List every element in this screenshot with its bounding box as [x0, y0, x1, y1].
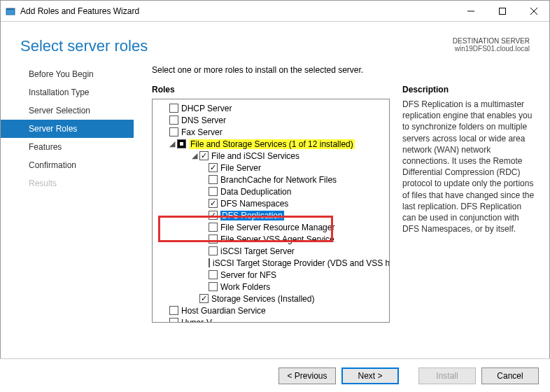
role-fsrm[interactable]: File Server Resource Manager [153, 221, 389, 233]
svg-rect-1 [6, 8, 15, 10]
role-branchcache[interactable]: BranchCache for Network Files [153, 174, 389, 186]
svg-rect-3 [499, 8, 505, 14]
maximize-button[interactable] [486, 1, 518, 21]
role-dfs-namespaces[interactable]: DFS Namespaces [153, 197, 389, 209]
role-server-for-nfs[interactable]: Server for NFS [153, 269, 389, 281]
checkbox[interactable] [209, 258, 210, 267]
role-dns[interactable]: DNS Server [153, 114, 389, 126]
roles-tree[interactable]: DHCP Server DNS Server Fax Server ◢File … [152, 99, 390, 323]
checkbox[interactable] [169, 127, 178, 136]
checkbox[interactable] [169, 306, 178, 315]
checkbox[interactable] [209, 199, 218, 208]
role-dfs-replication[interactable]: DFS Replication [153, 209, 389, 221]
checkbox[interactable] [209, 246, 218, 255]
cancel-button[interactable]: Cancel [481, 368, 539, 384]
role-iscsi-target-server[interactable]: iSCSI Target Server [153, 245, 389, 257]
checkbox[interactable] [209, 282, 218, 291]
expander-spacer [190, 295, 199, 303]
step-features[interactable]: Features [1, 138, 134, 156]
checkbox[interactable] [209, 270, 218, 279]
description-heading: Description [402, 85, 537, 94]
roles-heading: Roles [152, 85, 390, 94]
previous-button[interactable]: < Previous [278, 368, 336, 384]
step-server-selection[interactable]: Server Selection [1, 102, 134, 120]
description-text: DFS Replication is a multimaster replica… [402, 99, 537, 234]
checkbox[interactable] [169, 318, 178, 323]
checkbox[interactable] [199, 151, 209, 160]
step-results: Results [1, 174, 134, 192]
collapse-icon[interactable]: ◢ [168, 140, 176, 148]
checkbox[interactable] [169, 115, 178, 125]
minimize-button[interactable] [455, 1, 486, 21]
checkbox[interactable] [169, 104, 178, 113]
checkbox[interactable] [209, 211, 218, 220]
next-button[interactable]: Next > [341, 368, 399, 384]
role-file-iscsi-services[interactable]: ◢File and iSCSI Services [153, 150, 389, 162]
titlebar: Add Roles and Features Wizard [1, 1, 549, 22]
install-button: Install [418, 368, 476, 384]
checkbox[interactable] [209, 187, 218, 196]
wizard-icon [5, 6, 16, 17]
role-iscsi-target-storage-provider[interactable]: iSCSI Target Storage Provider (VDS and V… [153, 257, 389, 269]
checkbox[interactable] [177, 139, 186, 148]
instruction-text: Select one or more roles to install on t… [152, 65, 537, 75]
step-before-you-begin[interactable]: Before You Begin [1, 65, 134, 83]
role-file-storage-services[interactable]: ◢File and Storage Services (1 of 12 inst… [153, 138, 389, 150]
checkbox[interactable] [209, 175, 218, 184]
checkbox[interactable] [209, 223, 218, 232]
step-installation-type[interactable]: Installation Type [1, 83, 134, 102]
role-data-dedup[interactable]: Data Deduplication [153, 186, 389, 197]
collapse-icon[interactable]: ◢ [190, 152, 199, 160]
page-title: Select server roles [20, 37, 148, 55]
wizard-footer: < Previous Next > Install Cancel [0, 358, 550, 392]
role-storage-services[interactable]: Storage Services (Installed) [153, 293, 389, 304]
checkbox[interactable] [209, 234, 218, 244]
role-vss-agent[interactable]: File Server VSS Agent Service [153, 233, 389, 245]
destination-label: DESTINATION SERVER [453, 37, 530, 45]
checkbox[interactable] [209, 163, 218, 172]
destination-server: DESTINATION SERVER win19DFS01.cloud.loca… [453, 37, 530, 55]
window-title: Add Roles and Features Wizard [20, 6, 455, 16]
role-fax[interactable]: Fax Server [153, 126, 389, 138]
role-dhcp[interactable]: DHCP Server [153, 102, 389, 114]
close-button[interactable] [518, 1, 549, 21]
checkbox[interactable] [199, 294, 209, 303]
role-hyper-v[interactable]: Hyper-V [153, 316, 389, 323]
wizard-steps: Before You Begin Installation Type Serve… [1, 62, 134, 356]
role-file-server[interactable]: File Server [153, 162, 389, 174]
destination-value: win19DFS01.cloud.local [453, 45, 530, 52]
role-work-folders[interactable]: Work Folders [153, 281, 389, 293]
step-server-roles[interactable]: Server Roles [1, 120, 134, 138]
role-host-guardian[interactable]: Host Guardian Service [153, 304, 389, 316]
step-confirmation[interactable]: Confirmation [1, 156, 134, 174]
